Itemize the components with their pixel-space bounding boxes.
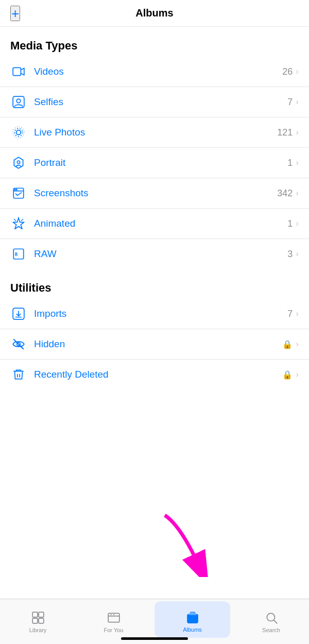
imports-chevron: › <box>296 309 299 319</box>
animated-count: 1 <box>287 218 293 229</box>
svg-line-33 <box>273 620 277 623</box>
hidden-lock-icon: 🔒 <box>282 340 293 349</box>
portrait-count: 1 <box>287 158 293 168</box>
annotation-arrow <box>160 510 227 577</box>
tab-for-you[interactable]: For You <box>76 599 151 640</box>
imports-label: Imports <box>34 308 287 319</box>
screenshots-chevron: › <box>296 188 299 198</box>
selfies-right: 7 › <box>287 97 299 108</box>
imports-icon <box>10 306 27 322</box>
media-types-list: Videos 26 › Selfies 7 › Live Photos <box>0 57 309 269</box>
selfie-icon <box>10 94 27 110</box>
screenshots-count: 342 <box>277 188 293 199</box>
svg-rect-23 <box>39 618 44 623</box>
portrait-right: 1 › <box>287 158 299 168</box>
list-item-videos[interactable]: Videos 26 › <box>0 57 309 87</box>
selfies-label: Selfies <box>34 96 287 108</box>
videos-label: Videos <box>34 66 282 77</box>
portrait-icon <box>10 155 27 171</box>
svg-point-6 <box>17 161 20 163</box>
hidden-chevron: › <box>296 339 299 349</box>
raw-label: RAW <box>34 248 287 260</box>
portrait-label: Portrait <box>34 157 287 168</box>
raw-icon: R <box>10 246 27 262</box>
library-tab-label: Library <box>29 627 47 633</box>
content-area: Media Types Videos 26 › Selfies 7 › <box>0 27 309 389</box>
home-indicator <box>121 637 188 640</box>
svg-rect-21 <box>39 612 44 617</box>
raw-chevron: › <box>296 249 299 259</box>
header: + Albums <box>0 0 309 27</box>
svg-rect-0 <box>13 67 21 75</box>
live-photos-icon <box>10 124 27 141</box>
animated-icon <box>10 215 27 232</box>
animated-label: Animated <box>34 218 287 229</box>
recently-deleted-chevron: › <box>296 369 299 380</box>
hidden-right: 🔒 › <box>282 339 299 349</box>
imports-right: 7 › <box>287 309 299 319</box>
selfies-chevron: › <box>296 97 299 107</box>
svg-point-26 <box>110 614 111 615</box>
svg-line-15 <box>13 339 24 349</box>
recently-deleted-right: 🔒 › <box>282 369 299 380</box>
svg-text:R: R <box>15 252 18 257</box>
for-you-icon <box>107 611 121 625</box>
live-photos-count: 121 <box>277 127 293 138</box>
list-item-selfies[interactable]: Selfies 7 › <box>0 87 309 117</box>
svg-point-4 <box>14 128 22 136</box>
portrait-chevron: › <box>296 158 299 168</box>
animated-right: 1 › <box>287 218 299 229</box>
hidden-label: Hidden <box>34 338 282 350</box>
raw-right: 3 › <box>287 249 299 260</box>
svg-point-2 <box>16 99 21 103</box>
recently-deleted-label: Recently Deleted <box>34 369 282 380</box>
svg-point-3 <box>16 130 21 135</box>
raw-count: 3 <box>287 249 293 260</box>
videos-count: 26 <box>282 66 293 77</box>
svg-rect-22 <box>32 618 38 623</box>
screenshots-right: 342 › <box>277 188 299 199</box>
add-button[interactable]: + <box>10 6 20 21</box>
list-item-screenshots[interactable]: Screenshots 342 › <box>0 178 309 209</box>
videos-right: 26 › <box>282 66 299 77</box>
svg-point-32 <box>267 613 274 621</box>
svg-rect-30 <box>187 614 198 622</box>
search-tab-icon <box>264 611 279 625</box>
utilities-section-header: Utilities <box>0 269 309 299</box>
library-icon <box>31 611 45 625</box>
list-item-hidden[interactable]: Hidden 🔒 › <box>0 329 309 360</box>
svg-rect-20 <box>32 612 38 617</box>
for-you-tab-label: For You <box>104 627 124 633</box>
live-photos-right: 121 › <box>277 127 299 138</box>
list-item-live-photos[interactable]: Live Photos 121 › <box>0 117 309 148</box>
page-title: Albums <box>135 7 173 19</box>
imports-count: 7 <box>287 309 293 319</box>
albums-icon <box>185 610 200 624</box>
live-photos-chevron: › <box>296 127 299 138</box>
svg-point-8 <box>14 189 15 190</box>
list-item-animated[interactable]: Animated 1 › <box>0 209 309 239</box>
svg-rect-31 <box>188 612 196 615</box>
videos-chevron: › <box>296 66 299 77</box>
screenshots-label: Screenshots <box>34 188 277 199</box>
albums-tab-label: Albums <box>183 626 202 633</box>
search-tab-label: Search <box>262 627 280 633</box>
list-item-imports[interactable]: Imports 7 › <box>0 299 309 329</box>
list-item-portrait[interactable]: Portrait 1 › <box>0 148 309 178</box>
tab-search[interactable]: Search <box>233 599 309 640</box>
media-types-section-header: Media Types <box>0 27 309 57</box>
screenshots-icon <box>10 185 27 201</box>
tab-library[interactable]: Library <box>0 599 76 640</box>
recently-deleted-lock-icon: 🔒 <box>282 370 293 380</box>
animated-chevron: › <box>296 218 299 229</box>
utilities-list: Imports 7 › Hidden 🔒 › <box>0 299 309 389</box>
trash-icon <box>10 366 27 383</box>
selfies-count: 7 <box>287 97 293 108</box>
tab-albums[interactable]: Albums <box>154 601 230 638</box>
svg-point-27 <box>113 614 114 615</box>
video-icon <box>10 63 27 80</box>
list-item-recently-deleted[interactable]: Recently Deleted 🔒 › <box>0 360 309 389</box>
live-photos-label: Live Photos <box>34 127 277 138</box>
svg-point-9 <box>16 189 17 190</box>
list-item-raw[interactable]: R RAW 3 › <box>0 239 309 269</box>
